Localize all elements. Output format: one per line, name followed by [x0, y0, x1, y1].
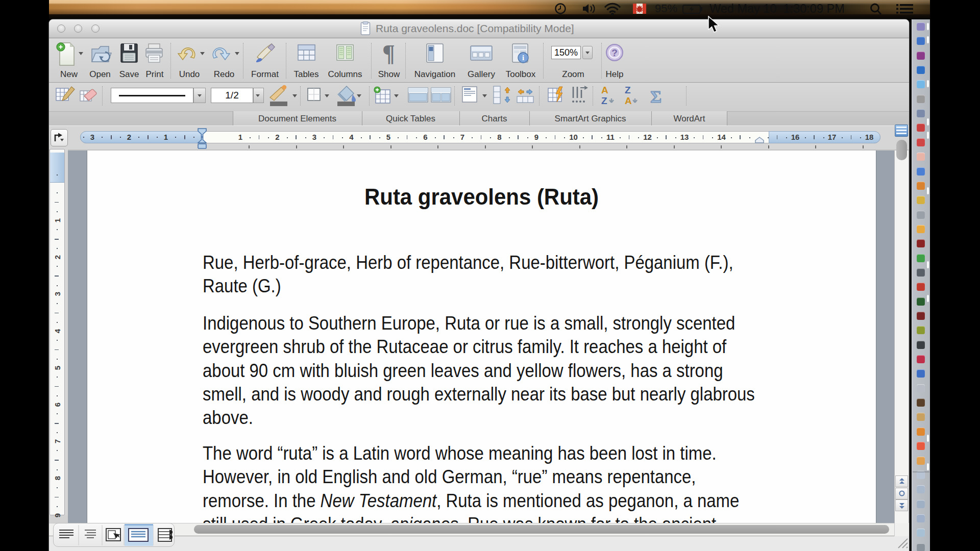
svg-text:A: A — [601, 85, 608, 95]
svg-text:Z: Z — [601, 95, 607, 106]
svg-text:Z: Z — [625, 85, 631, 95]
svg-text:¶: ¶ — [382, 41, 395, 66]
svg-text:A: A — [625, 95, 632, 106]
svg-text:Wed May 10 1:30:09 PM: Wed May 10 1:30:09 PM — [709, 2, 845, 15]
svg-text:95%: 95% — [655, 2, 677, 15]
svg-text:Σ: Σ — [650, 87, 662, 106]
svg-text:?: ? — [611, 47, 618, 58]
svg-text:i: i — [522, 54, 524, 62]
